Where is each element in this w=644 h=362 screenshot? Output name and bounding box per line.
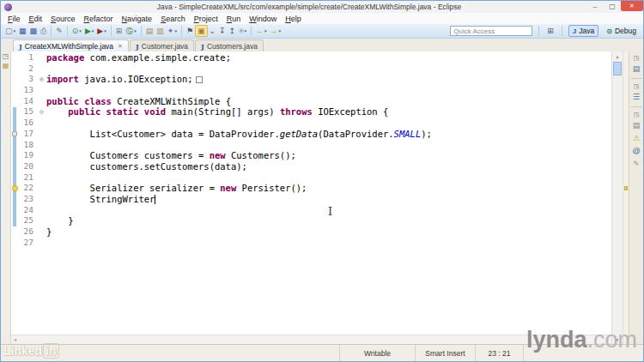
- back-icon[interactable]: ←▾: [254, 25, 269, 37]
- code-line[interactable]: 26}: [11, 226, 611, 238]
- dropdown-arrow-icon[interactable]: ▾: [134, 29, 137, 33]
- fold-collapsed-icon[interactable]: ⊕: [37, 76, 46, 83]
- code-line[interactable]: 25 }: [11, 215, 611, 226]
- task-list-view-icon[interactable]: ▤: [631, 63, 642, 75]
- task-marker-icon[interactable]: [12, 131, 17, 136]
- menu-item-navigate[interactable]: Navigate: [118, 15, 157, 23]
- mark-occurrences-icon[interactable]: ▣: [195, 25, 208, 37]
- tab-close-icon[interactable]: ✕: [118, 43, 123, 50]
- java-perspective-icon: J: [573, 27, 576, 35]
- perspective-debug-button[interactable]: ⊙ Debug: [602, 25, 641, 37]
- flag-icon[interactable]: ⚑: [185, 25, 195, 37]
- code-line[interactable]: 13: [11, 85, 611, 96]
- editor-tab[interactable]: JCustomers.java: [195, 39, 264, 51]
- save-all-icon[interactable]: ▩: [28, 25, 39, 37]
- menu-item-file[interactable]: File: [3, 15, 25, 23]
- dropdown-arrow-icon[interactable]: ▾: [264, 29, 267, 33]
- wand-icon[interactable]: ✦▾: [166, 25, 179, 37]
- scroll-up-icon[interactable]: ▲: [612, 51, 623, 61]
- pencil-icon[interactable]: ✎: [54, 25, 64, 37]
- problems-view-icon[interactable]: ⚠: [631, 133, 642, 144]
- next-annotation-icon[interactable]: ↧: [217, 25, 228, 37]
- code-line[interactable]: 20 customers.setCustomers(data);: [11, 161, 611, 172]
- dropdown-arrow-icon[interactable]: ▾: [92, 29, 94, 33]
- tasks-view-icon[interactable]: ▤: [631, 120, 642, 131]
- print-icon[interactable]: ⎙: [39, 25, 48, 37]
- code-line[interactable]: 21: [11, 172, 611, 184]
- scroll-left-icon[interactable]: ◄: [13, 337, 17, 342]
- fold-expanded-icon[interactable]: ⊖: [37, 109, 46, 116]
- restore-view-icon[interactable]: ◳: [3, 53, 9, 60]
- code-line[interactable]: 1package com.example.simple.create;: [11, 52, 611, 63]
- grid-icon[interactable]: ⊞: [114, 25, 125, 37]
- menu-item-edit[interactable]: Edit: [25, 15, 47, 23]
- cursor-position-status: 23 : 21: [475, 345, 523, 361]
- code-editor[interactable]: 1package com.example.simple.create;23⊕im…: [11, 51, 611, 344]
- editor-tab-bar: JCreateXMLWithSimple.java✕JCustomer.java…: [1, 39, 643, 51]
- code-line[interactable]: 16: [11, 118, 611, 129]
- warning-marker[interactable]: [624, 186, 628, 190]
- dropdown-arrow-icon[interactable]: ▾: [174, 29, 177, 33]
- save-icon[interactable]: ▦: [17, 25, 28, 37]
- menu-item-run[interactable]: Run: [222, 15, 246, 23]
- scrollbar-thumb[interactable]: [613, 62, 622, 75]
- open-folder-icon[interactable]: ▤: [144, 25, 155, 37]
- restore-view-icon[interactable]: ◳: [631, 111, 642, 118]
- lightbulb-marker-icon[interactable]: [12, 185, 18, 191]
- down-arrow-icon[interactable]: ⌄: [208, 25, 218, 37]
- outline-view-icon[interactable]: ☰: [631, 92, 642, 103]
- code-line[interactable]: 22 Serializer serializer = new Persister…: [11, 183, 611, 194]
- prev-annotation-icon[interactable]: ↥: [228, 25, 238, 37]
- code-line[interactable]: 15⊖ public static void main(String[] arg…: [11, 106, 611, 118]
- menu-item-window[interactable]: Window: [245, 15, 281, 23]
- debug-icon[interactable]: ⊙▾: [70, 25, 83, 37]
- menu-item-project[interactable]: Project: [190, 15, 222, 23]
- letter-g-icon[interactable]: Ⓖ▾: [124, 25, 138, 37]
- minimize-button[interactable]: –: [586, 1, 604, 11]
- menu-item-search[interactable]: Search: [156, 15, 190, 23]
- javadoc-view-icon[interactable]: @: [631, 146, 642, 157]
- editor-tab[interactable]: JCustomer.java: [130, 39, 194, 51]
- code-line[interactable]: 27: [11, 238, 611, 249]
- menu-item-source[interactable]: Source: [46, 15, 80, 23]
- menu-item-help[interactable]: Help: [281, 15, 306, 23]
- quick-access-input[interactable]: [450, 26, 532, 36]
- open-perspective-icon[interactable]: ⊞: [545, 25, 556, 37]
- toolbar-separator: [251, 26, 252, 36]
- editor-tab[interactable]: JCreateXMLWithSimple.java✕: [13, 39, 129, 51]
- new-wizard-icon[interactable]: ▢▾: [3, 25, 17, 37]
- restore-view-icon[interactable]: ◳: [631, 82, 642, 90]
- line-number: 15: [18, 106, 37, 118]
- horizontal-scrollbar[interactable]: ◄ ►: [11, 335, 611, 344]
- dropdown-arrow-icon[interactable]: ▾: [279, 29, 282, 33]
- coverage-icon[interactable]: ▶▾: [95, 25, 107, 37]
- code-line[interactable]: 18: [11, 140, 611, 151]
- code-line[interactable]: 17 List<Customer> data = DataProvider.ge…: [11, 129, 611, 140]
- code-line[interactable]: 2: [11, 63, 611, 75]
- menu-item-refactor[interactable]: Refactor: [80, 15, 118, 23]
- dropdown-arrow-icon[interactable]: ▾: [104, 29, 106, 33]
- dropdown-arrow-icon[interactable]: ▾: [14, 29, 16, 33]
- source-code: customers.setCustomers(data);: [46, 161, 247, 172]
- overview-ruler[interactable]: [623, 51, 629, 344]
- dropdown-arrow-icon[interactable]: ▾: [79, 29, 82, 33]
- perspective-java-button[interactable]: J Java: [568, 25, 598, 37]
- package-explorer-view-icon[interactable]: ▦: [3, 63, 9, 69]
- code-line[interactable]: 24: [11, 205, 611, 216]
- declaration-view-icon[interactable]: ✎: [631, 159, 642, 170]
- maximize-button[interactable]: ▢: [604, 1, 621, 11]
- code-line[interactable]: 23 StringWriter: [11, 194, 611, 205]
- code-line[interactable]: 19 Customers customers = new Customers()…: [11, 150, 611, 161]
- pin-icon[interactable]: ⍟▾: [237, 25, 248, 37]
- forward-icon[interactable]: →▾: [269, 25, 283, 37]
- dropdown-arrow-icon[interactable]: ▾: [245, 29, 247, 33]
- eclipse-app-icon: [4, 3, 12, 11]
- source-code: }: [46, 215, 74, 226]
- restore-view-icon[interactable]: ◳: [631, 54, 642, 62]
- code-line[interactable]: 3⊕import java.io.IOException;: [11, 74, 611, 85]
- vertical-scrollbar[interactable]: ▲ ▼: [611, 51, 623, 344]
- code-line[interactable]: 14public class CreateXMLWithSimple {: [11, 96, 611, 107]
- run-icon[interactable]: ▶▾: [83, 25, 95, 37]
- close-button[interactable]: ✕: [621, 1, 643, 11]
- new-folder-icon[interactable]: ▥: [155, 25, 166, 37]
